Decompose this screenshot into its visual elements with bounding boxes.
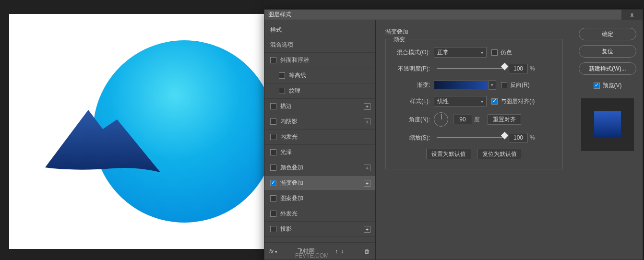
reset-button[interactable]: 复位 (579, 45, 636, 58)
reset-default-button[interactable]: 复位为默认值 (477, 149, 522, 159)
gradient-overlay-checkbox[interactable] (270, 180, 276, 186)
texture-checkbox[interactable] (279, 88, 285, 94)
reset-align-button[interactable]: 重置对齐 (488, 114, 521, 125)
color-overlay-add-icon[interactable]: + (364, 165, 370, 171)
stroke-row[interactable]: 描边+ (264, 99, 375, 114)
styles-list-column: 样式 混合选项 斜面和浮雕 等高线 纹理 描边+ 内阴影+ 内发光 光泽 颜色叠… (264, 20, 376, 260)
inner-shadow-row[interactable]: 内阴影+ (264, 114, 375, 130)
satin-checkbox[interactable] (270, 149, 276, 155)
dither-checkbox-label[interactable]: 仿色 (491, 48, 512, 57)
preview-checkbox[interactable] (594, 83, 600, 89)
dialog-title: 图层样式 (264, 11, 291, 19)
satin-row[interactable]: 光泽 (264, 145, 375, 160)
align-checkbox[interactable] (491, 98, 498, 105)
stroke-add-icon[interactable]: + (364, 103, 370, 110)
color-overlay-row[interactable]: 颜色叠加+ (264, 160, 375, 176)
contour-checkbox[interactable] (279, 72, 285, 79)
inner-glow-checkbox[interactable] (270, 134, 276, 140)
opacity-input[interactable]: 100 (509, 64, 528, 73)
dither-checkbox[interactable] (491, 49, 498, 56)
preview-swatch (581, 98, 634, 151)
blend-mode-dropdown[interactable]: 正常 (434, 47, 487, 58)
outer-glow-checkbox[interactable] (270, 211, 276, 217)
layer-style-dialog: 图层样式 x 样式 混合选项 斜面和浮雕 等高线 纹理 描边+ 内阴影+ 内发光… (264, 9, 643, 260)
angle-dial[interactable] (434, 112, 448, 127)
mountain-shape (40, 105, 165, 182)
group-legend: 渐变 (391, 35, 408, 44)
outer-glow-row[interactable]: 外发光 (264, 206, 375, 222)
bevel-emboss-row[interactable]: 斜面和浮雕 (264, 53, 375, 68)
gradient-fieldset: 渐变 混合模式(O): 正常 仿色 不透明度(P): 100 % 渐变: ▾ 反 (385, 39, 563, 169)
styles-header: 样式 (264, 25, 375, 37)
trash-icon[interactable]: 🗑 (364, 248, 370, 255)
gradient-label: 渐变: (393, 81, 434, 89)
inner-glow-row[interactable]: 内发光 (264, 130, 375, 145)
reverse-checkbox-label[interactable]: 反向(R) (501, 81, 530, 89)
actions-column: 确定 复位 新建样式(W)... 预览(V) (572, 20, 643, 260)
gradient-overlay-add-icon[interactable]: + (364, 180, 370, 187)
new-style-button[interactable]: 新建样式(W)... (579, 62, 636, 75)
texture-row[interactable]: 纹理 (264, 83, 375, 99)
opacity-slider[interactable] (437, 68, 504, 69)
align-checkbox-label[interactable]: 与图层对齐(I) (491, 97, 535, 106)
angle-label: 角度(N): (393, 116, 434, 124)
pattern-overlay-checkbox[interactable] (270, 195, 276, 201)
drop-shadow-row[interactable]: 投影+ (264, 222, 375, 237)
contour-row[interactable]: 等高线 (264, 68, 375, 83)
drop-shadow-checkbox[interactable] (270, 226, 276, 232)
scale-label: 缩放(S): (393, 134, 434, 142)
bevel-checkbox[interactable] (270, 57, 276, 63)
close-button[interactable]: x (621, 10, 643, 20)
section-title: 渐变叠加 (385, 28, 563, 36)
pattern-overlay-row[interactable]: 图案叠加 (264, 191, 375, 206)
inner-shadow-checkbox[interactable] (270, 118, 276, 125)
blending-options-row[interactable]: 混合选项 (264, 37, 375, 53)
drop-shadow-add-icon[interactable]: + (364, 226, 370, 233)
gradient-picker-dropdown[interactable]: ▾ (489, 80, 496, 90)
scale-slider[interactable] (437, 137, 504, 138)
watermark-url: FEVTE.COM (295, 252, 329, 259)
reverse-checkbox[interactable] (501, 82, 507, 88)
scale-input[interactable]: 100 (509, 133, 528, 142)
move-up-icon[interactable]: ↑ (335, 248, 338, 255)
inner-shadow-add-icon[interactable]: + (364, 118, 370, 125)
move-down-icon[interactable]: ↓ (341, 248, 344, 255)
opacity-label: 不透明度(P): (393, 65, 434, 73)
canvas-document (9, 14, 264, 249)
style-label: 样式(L): (393, 97, 434, 106)
angle-input[interactable]: 90 (453, 115, 472, 124)
blend-mode-label: 混合模式(O): (393, 48, 434, 57)
gradient-swatch[interactable] (434, 81, 489, 89)
dialog-titlebar[interactable]: 图层样式 x (264, 10, 643, 20)
stroke-checkbox[interactable] (270, 103, 276, 109)
color-overlay-checkbox[interactable] (270, 165, 276, 171)
preview-checkbox-label[interactable]: 预览(V) (594, 82, 622, 90)
set-default-button[interactable]: 设置为默认值 (426, 149, 471, 159)
ok-button[interactable]: 确定 (579, 28, 636, 40)
gradient-overlay-row[interactable]: 渐变叠加+ (264, 176, 375, 191)
fx-icon[interactable]: fx▾ (269, 248, 277, 255)
settings-panel: 渐变叠加 渐变 混合模式(O): 正常 仿色 不透明度(P): 100 % 渐变… (376, 20, 572, 260)
style-dropdown[interactable]: 线性 (434, 96, 487, 106)
